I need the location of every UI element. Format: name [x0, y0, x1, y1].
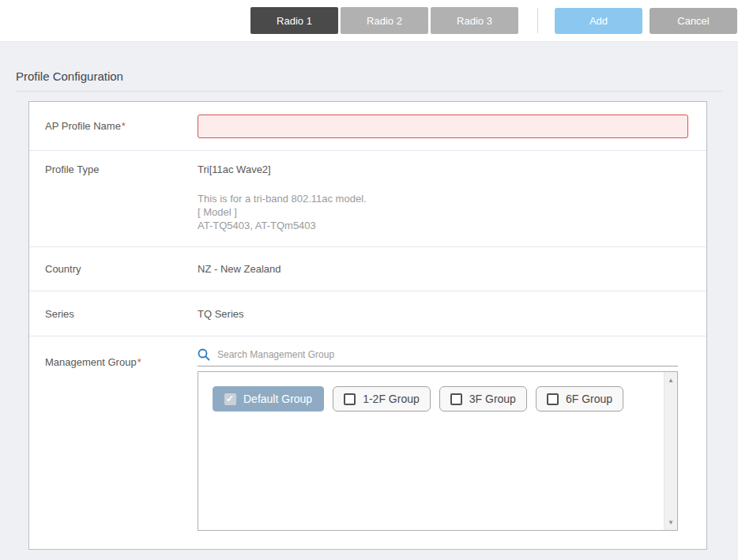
- group-chip-3f-group[interactable]: 3F Group: [439, 386, 527, 412]
- required-asterisk: *: [137, 356, 141, 368]
- group-chip-label: 1-2F Group: [363, 393, 420, 405]
- profile-type-label: Profile Type: [29, 151, 198, 246]
- toolbar-divider: [537, 8, 538, 33]
- toolbar: Radio 1 Radio 2 Radio 3 Add Cancel: [0, 0, 738, 42]
- description-line: AT-TQ5403, AT-TQm5403: [198, 219, 688, 232]
- group-chips: Default Group 1-2F Group 3F Group 6F Gro…: [198, 372, 677, 412]
- cancel-button[interactable]: Cancel: [650, 8, 737, 34]
- description-line: [ Model ]: [198, 205, 688, 219]
- search-icon: [198, 348, 210, 361]
- radio-tab-group: Radio 1 Radio 2 Radio 3: [250, 7, 518, 34]
- ap-profile-name-value-cell: [198, 115, 706, 138]
- form-row-ap-profile-name: AP Profile Name*: [29, 102, 706, 151]
- profile-type-value: Tri[11ac Wave2]: [198, 163, 688, 175]
- profile-type-description: This is for a tri-band 802.11ac model. […: [198, 192, 688, 232]
- group-chip-default-group[interactable]: Default Group: [213, 386, 324, 412]
- group-chip-6f-group[interactable]: 6F Group: [536, 386, 623, 412]
- scroll-down-icon[interactable]: [665, 516, 677, 528]
- page-title: Profile Configuration: [16, 70, 123, 83]
- checkbox-icon[interactable]: [344, 393, 356, 405]
- ap-profile-name-label: AP Profile Name*: [29, 120, 198, 132]
- title-divider: [16, 91, 722, 92]
- series-value: TQ Series: [198, 308, 706, 320]
- management-group-value-cell: Default Group 1-2F Group 3F Group 6F Gro…: [198, 336, 678, 549]
- ap-profile-name-input[interactable]: [198, 115, 688, 138]
- label-text: Management Group: [45, 356, 137, 368]
- search-input[interactable]: [217, 349, 678, 360]
- group-chip-label: Default Group: [243, 393, 312, 405]
- form-row-profile-type: Profile Type Tri[11ac Wave2] This is for…: [29, 151, 706, 247]
- action-buttons: Add Cancel: [555, 8, 737, 34]
- group-chip-label: 6F Group: [566, 393, 612, 405]
- checkbox-icon[interactable]: [547, 393, 559, 405]
- add-button[interactable]: Add: [555, 8, 642, 34]
- form-row-series: Series TQ Series: [29, 291, 706, 336]
- label-text: AP Profile Name: [45, 120, 121, 132]
- form-row-country: Country NZ - New Zealand: [29, 247, 706, 291]
- checkbox-icon[interactable]: [224, 393, 236, 405]
- form-row-management-group: Management Group* Default Group: [29, 336, 706, 549]
- description-line: This is for a tri-band 802.11ac model.: [198, 192, 688, 205]
- tab-radio-2[interactable]: Radio 2: [341, 7, 428, 34]
- series-label: Series: [29, 308, 198, 320]
- tab-radio-3[interactable]: Radio 3: [431, 7, 518, 34]
- required-asterisk: *: [122, 120, 126, 132]
- management-group-label: Management Group*: [29, 336, 198, 549]
- management-group-search: [198, 348, 678, 366]
- country-value: NZ - New Zealand: [198, 263, 706, 275]
- checkbox-icon[interactable]: [450, 393, 462, 405]
- profile-configuration-panel: AP Profile Name* Profile Type Tri[11ac W…: [28, 101, 707, 550]
- country-label: Country: [29, 263, 198, 275]
- group-chip-1-2f-group[interactable]: 1-2F Group: [333, 386, 431, 412]
- profile-type-value-cell: Tri[11ac Wave2] This is for a tri-band 8…: [198, 151, 706, 246]
- tab-radio-1[interactable]: Radio 1: [250, 7, 338, 34]
- management-group-list: Default Group 1-2F Group 3F Group 6F Gro…: [198, 371, 678, 531]
- scroll-up-icon[interactable]: [665, 374, 677, 386]
- group-chip-label: 3F Group: [469, 393, 516, 405]
- scrollbar[interactable]: [664, 372, 677, 530]
